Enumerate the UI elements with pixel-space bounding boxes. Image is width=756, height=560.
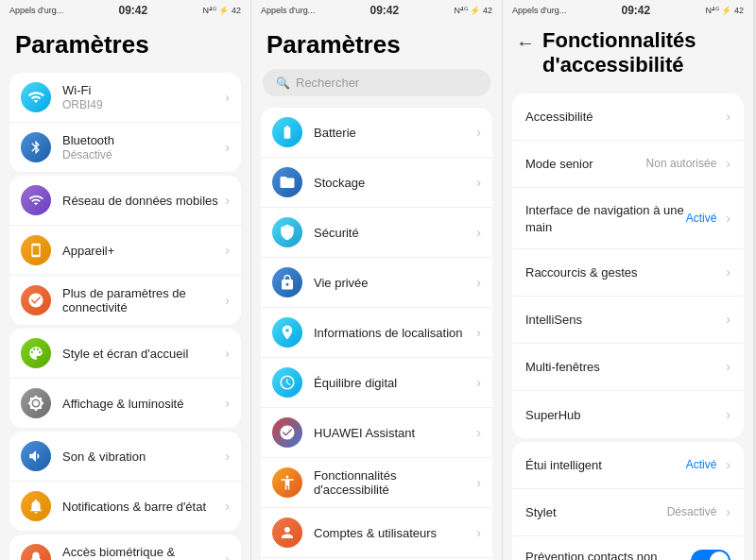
acc-item-etui[interactable]: Étui intelligent Activé › <box>512 442 744 489</box>
sidebar-item-wifi[interactable]: Wi-Fi ORBI49 › <box>9 73 241 123</box>
acc-item-nav[interactable]: Interface de navigation à une main Activ… <box>512 188 744 249</box>
sidebar-item-style[interactable]: Style et écran d'accueil › <box>9 329 241 379</box>
acc-group-1: Accessibilité › Mode senior Non autorisé… <box>512 93 744 438</box>
raccourcis-chevron: › <box>726 264 730 280</box>
sidebar-item-notif[interactable]: Notifications & barre d'état › <box>9 482 241 531</box>
list-item-huawei[interactable]: HUAWEI Assistant › <box>261 408 492 458</box>
fonc-label: Fonctionnalités d'accessibilité <box>314 468 471 497</box>
sidebar-item-bluetooth[interactable]: Bluetooth Désactivé › <box>9 123 241 172</box>
style-icon <box>21 338 51 368</box>
bluetooth-chevron: › <box>225 140 230 155</box>
acc-item-raccourcis[interactable]: Raccourcis & gestes › <box>512 249 744 297</box>
stylet-label: Stylet <box>525 505 557 519</box>
sidebar-item-bio[interactable]: Accès biométrique & déverrouillage › <box>9 535 241 560</box>
senior-chevron: › <box>726 156 730 171</box>
time-3: 09:42 <box>622 4 651 17</box>
back-button[interactable]: ← <box>516 32 535 54</box>
acc-item-multifenetre[interactable]: Multi-fenêtres › <box>512 344 744 391</box>
etui-content: Étui intelligent <box>525 456 686 473</box>
status-icons-2: N⁴ᴳ ⚡ 42 <box>454 6 492 15</box>
mobile-label: Réseau de données mobiles <box>62 194 219 208</box>
security-icon <box>272 217 302 247</box>
list-item-privacy[interactable]: Vie privée › <box>261 258 492 308</box>
senior-content: Mode senior <box>525 155 646 172</box>
storage-content: Stockage <box>314 176 471 190</box>
list-item-battery[interactable]: Batterie › <box>261 108 492 158</box>
panel1-list: Wi-Fi ORBI49 › Bluetooth Désactivé › <box>0 69 250 560</box>
acc-item-stylet[interactable]: Stylet Désactivé › <box>512 489 744 536</box>
huawei-content: HUAWEI Assistant <box>314 426 471 440</box>
list-item-digital[interactable]: Équilibre digital › <box>261 358 492 408</box>
search-icon: 🔍 <box>276 76 290 90</box>
nav-label: Interface de navigation à une main <box>525 203 684 234</box>
device-icon <box>21 235 51 265</box>
sidebar-item-display[interactable]: Affichage & luminosité › <box>9 379 241 428</box>
style-chevron: › <box>225 346 230 361</box>
bio-icon <box>21 544 51 560</box>
sidebar-item-mobile[interactable]: Réseau de données mobiles › <box>9 176 241 226</box>
senior-value: Non autorisée <box>646 157 717 170</box>
huawei-label: HUAWEI Assistant <box>314 426 471 440</box>
panel2-title: Paramètres <box>251 21 502 69</box>
notif-content: Notifications & barre d'état <box>62 500 219 514</box>
multifenetre-content: Multi-fenêtres <box>525 358 720 375</box>
notif-icon <box>21 491 51 521</box>
bio-content: Accès biométrique & déverrouillage <box>62 545 219 560</box>
prevention-label: Prévention contacts non voulus <box>525 550 657 560</box>
multifenetre-chevron: › <box>726 359 730 374</box>
acc-item-accessibility[interactable]: Accessibilité › <box>512 93 744 141</box>
sidebar-item-sound[interactable]: Son & vibration › <box>9 432 241 482</box>
panel1-title: Paramètres <box>0 21 250 69</box>
huawei-icon <box>272 417 302 448</box>
location-chevron: › <box>476 325 481 340</box>
stylet-chevron: › <box>726 504 730 519</box>
privacy-icon <box>272 267 302 297</box>
location-icon <box>272 317 302 348</box>
list-item-security[interactable]: Sécurité › <box>261 208 492 258</box>
security-chevron: › <box>476 225 481 240</box>
battery-label: Batterie <box>314 126 471 140</box>
raccourcis-label: Raccourcis & gestes <box>525 265 638 280</box>
emergency-call-2: Appels d'urg... <box>261 6 315 15</box>
fonc-chevron: › <box>476 475 481 490</box>
list-item-storage[interactable]: Stockage › <box>261 158 492 208</box>
panel2-group: Batterie › Stockage › Sécurité <box>261 108 492 560</box>
panel-1: Appels d'urg... 09:42 N⁴ᴳ ⚡ 42 Paramètre… <box>0 0 251 560</box>
huawei-chevron: › <box>476 425 481 440</box>
sidebar-item-device[interactable]: Appareil+ › <box>9 226 241 276</box>
location-content: Informations de localisation <box>314 326 471 340</box>
list-item-fonc[interactable]: Fonctionnalités d'accessibilité › <box>261 458 492 508</box>
wifi-label: Wi-Fi <box>62 83 219 97</box>
group-network: Réseau de données mobiles › Appareil+ › … <box>9 176 241 325</box>
wifi-value: ORBI49 <box>62 98 219 111</box>
bluetooth-content: Bluetooth Désactivé <box>62 133 219 161</box>
intellisens-chevron: › <box>726 312 730 327</box>
raccourcis-content: Raccourcis & gestes <box>525 263 720 280</box>
status-bar-2: Appels d'urg... 09:42 N⁴ᴳ ⚡ 42 <box>251 0 502 21</box>
time-2: 09:42 <box>370 4 400 17</box>
status-icons-1: N⁴ᴳ ⚡ 42 <box>202 6 241 15</box>
toggle-knob <box>710 552 729 560</box>
storage-icon <box>272 167 302 197</box>
panel-2: Appels d'urg... 09:42 N⁴ᴳ ⚡ 42 Paramètre… <box>251 0 503 560</box>
emergency-call-3: Appels d'urg... <box>512 6 566 15</box>
panel3-title: Fonctionnalités d'accessibilité <box>542 28 740 78</box>
sidebar-item-connectivity[interactable]: Plus de paramètres de connectivité › <box>9 276 241 325</box>
acc-item-senior[interactable]: Mode senior Non autorisée › <box>512 141 744 188</box>
fonc-content: Fonctionnalités d'accessibilité <box>314 468 471 497</box>
panel3-header: ← Fonctionnalités d'accessibilité <box>503 21 753 90</box>
accessibility-content: Accessibilité <box>525 108 720 125</box>
acc-item-intellisens[interactable]: IntelliSens › <box>512 297 744 344</box>
emergency-call-1: Appels d'urg... <box>9 6 63 15</box>
digital-chevron: › <box>476 375 481 390</box>
search-bar[interactable]: 🔍 Rechercher <box>263 69 490 96</box>
list-item-location[interactable]: Informations de localisation › <box>261 308 492 358</box>
list-item-comptes[interactable]: Comptes & utilisateurs › <box>261 508 492 558</box>
acc-item-prevention[interactable]: Prévention contacts non voulus Évite tou… <box>512 536 744 560</box>
mobile-icon <box>21 185 51 215</box>
acc-item-superhub[interactable]: SuperHub › <box>512 391 744 438</box>
comptes-chevron: › <box>476 525 481 540</box>
prevention-toggle[interactable] <box>691 550 730 560</box>
time-1: 09:42 <box>119 4 148 17</box>
accessibility-label: Accessibilité <box>525 110 593 124</box>
